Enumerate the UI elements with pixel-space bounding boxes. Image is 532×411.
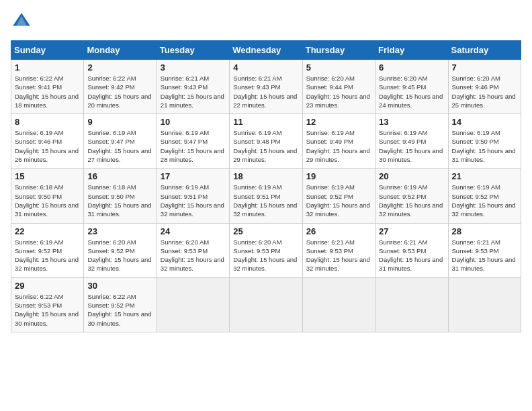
day-info: Sunrise: 6:22 AMSunset: 9:53 PMDaylight:…: [15, 293, 79, 327]
calendar-cell: 19 Sunrise: 6:19 AMSunset: 9:52 PMDaylig…: [302, 169, 375, 223]
calendar-cell: 25 Sunrise: 6:20 AMSunset: 9:53 PMDaylig…: [230, 223, 302, 277]
calendar-cell: 21 Sunrise: 6:19 AMSunset: 9:52 PMDaylig…: [448, 169, 521, 223]
day-info: Sunrise: 6:19 AMSunset: 9:52 PMDaylight:…: [15, 238, 79, 273]
calendar-cell: [375, 277, 448, 332]
page-header: [11, 11, 521, 32]
day-number: 28: [452, 226, 517, 236]
day-info: Sunrise: 6:19 AMSunset: 9:51 PMDaylight:…: [161, 183, 224, 218]
day-number: 8: [15, 117, 80, 127]
calendar-cell: 5 Sunrise: 6:20 AMSunset: 9:44 PMDayligh…: [302, 60, 375, 114]
calendar-cell: 15 Sunrise: 6:18 AMSunset: 9:50 PMDaylig…: [11, 169, 84, 223]
day-info: Sunrise: 6:21 AMSunset: 9:53 PMDaylight:…: [306, 238, 370, 273]
day-number: 29: [15, 281, 80, 291]
day-number: 11: [233, 117, 298, 127]
calendar-cell: 26 Sunrise: 6:21 AMSunset: 9:53 PMDaylig…: [302, 223, 375, 277]
calendar-week-2: 8 Sunrise: 6:19 AMSunset: 9:46 PMDayligh…: [11, 114, 521, 169]
day-info: Sunrise: 6:19 AMSunset: 9:46 PMDaylight:…: [15, 129, 79, 163]
day-number: 30: [87, 281, 152, 291]
day-info: Sunrise: 6:20 AMSunset: 9:45 PMDaylight:…: [379, 75, 443, 109]
calendar-week-1: 1 Sunrise: 6:22 AMSunset: 9:41 PMDayligh…: [11, 60, 521, 114]
calendar-cell: [157, 277, 229, 332]
day-info: Sunrise: 6:19 AMSunset: 9:48 PMDaylight:…: [233, 129, 297, 163]
day-number: 23: [87, 226, 152, 236]
day-number: 3: [161, 62, 226, 73]
day-info: Sunrise: 6:19 AMSunset: 9:49 PMDaylight:…: [306, 129, 370, 163]
calendar-cell: 13 Sunrise: 6:19 AMSunset: 9:49 PMDaylig…: [375, 114, 448, 169]
day-number: 13: [379, 117, 444, 127]
day-number: 26: [306, 226, 371, 236]
calendar-cell: 8 Sunrise: 6:19 AMSunset: 9:46 PMDayligh…: [11, 114, 84, 169]
calendar-header-wednesday: Wednesday: [230, 41, 302, 60]
day-info: Sunrise: 6:21 AMSunset: 9:43 PMDaylight:…: [233, 75, 297, 109]
calendar-week-3: 15 Sunrise: 6:18 AMSunset: 9:50 PMDaylig…: [11, 169, 521, 223]
logo-icon: [11, 11, 32, 32]
day-number: 2: [87, 62, 152, 73]
day-info: Sunrise: 6:20 AMSunset: 9:44 PMDaylight:…: [306, 75, 370, 109]
calendar-cell: [448, 277, 521, 332]
calendar-cell: 27 Sunrise: 6:21 AMSunset: 9:53 PMDaylig…: [375, 223, 448, 277]
day-number: 12: [306, 117, 371, 127]
calendar-cell: 24 Sunrise: 6:20 AMSunset: 9:53 PMDaylig…: [157, 223, 229, 277]
calendar-cell: 23 Sunrise: 6:20 AMSunset: 9:52 PMDaylig…: [84, 223, 157, 277]
calendar-cell: 22 Sunrise: 6:19 AMSunset: 9:52 PMDaylig…: [11, 223, 84, 277]
calendar-cell: 17 Sunrise: 6:19 AMSunset: 9:51 PMDaylig…: [157, 169, 229, 223]
day-number: 1: [15, 62, 80, 73]
day-info: Sunrise: 6:18 AMSunset: 9:50 PMDaylight:…: [15, 183, 79, 218]
day-info: Sunrise: 6:19 AMSunset: 9:52 PMDaylight:…: [306, 183, 370, 218]
day-number: 6: [379, 62, 444, 73]
day-info: Sunrise: 6:19 AMSunset: 9:49 PMDaylight:…: [379, 129, 443, 163]
day-info: Sunrise: 6:20 AMSunset: 9:53 PMDaylight:…: [233, 238, 297, 273]
calendar-cell: 20 Sunrise: 6:19 AMSunset: 9:52 PMDaylig…: [375, 169, 448, 223]
day-number: 16: [87, 171, 152, 181]
day-info: Sunrise: 6:20 AMSunset: 9:53 PMDaylight:…: [161, 238, 224, 273]
day-number: 20: [379, 171, 444, 181]
calendar-cell: 14 Sunrise: 6:19 AMSunset: 9:50 PMDaylig…: [448, 114, 521, 169]
calendar-week-4: 22 Sunrise: 6:19 AMSunset: 9:52 PMDaylig…: [11, 223, 521, 277]
day-number: 22: [15, 226, 80, 236]
calendar-cell: 12 Sunrise: 6:19 AMSunset: 9:49 PMDaylig…: [302, 114, 375, 169]
calendar-cell: 10 Sunrise: 6:19 AMSunset: 9:47 PMDaylig…: [157, 114, 229, 169]
calendar-header-friday: Friday: [375, 41, 448, 60]
day-info: Sunrise: 6:19 AMSunset: 9:50 PMDaylight:…: [452, 129, 516, 163]
day-number: 10: [161, 117, 226, 127]
day-info: Sunrise: 6:18 AMSunset: 9:50 PMDaylight:…: [87, 183, 151, 218]
calendar-cell: [302, 277, 375, 332]
calendar-cell: 2 Sunrise: 6:22 AMSunset: 9:42 PMDayligh…: [84, 60, 157, 114]
logo: [11, 11, 35, 32]
day-info: Sunrise: 6:21 AMSunset: 9:53 PMDaylight:…: [452, 238, 516, 273]
calendar-header-saturday: Saturday: [448, 41, 521, 60]
day-info: Sunrise: 6:21 AMSunset: 9:53 PMDaylight:…: [379, 238, 443, 273]
calendar-cell: 4 Sunrise: 6:21 AMSunset: 9:43 PMDayligh…: [230, 60, 302, 114]
day-number: 27: [379, 226, 444, 236]
day-number: 25: [233, 226, 298, 236]
day-info: Sunrise: 6:22 AMSunset: 9:41 PMDaylight:…: [15, 75, 79, 109]
day-number: 9: [87, 117, 152, 127]
calendar-header-thursday: Thursday: [302, 41, 375, 60]
day-number: 4: [233, 62, 298, 73]
day-info: Sunrise: 6:20 AMSunset: 9:52 PMDaylight:…: [87, 238, 151, 273]
calendar-header-row: SundayMondayTuesdayWednesdayThursdayFrid…: [11, 41, 521, 60]
calendar-cell: 11 Sunrise: 6:19 AMSunset: 9:48 PMDaylig…: [230, 114, 302, 169]
calendar-cell: 6 Sunrise: 6:20 AMSunset: 9:45 PMDayligh…: [375, 60, 448, 114]
day-number: 19: [306, 171, 371, 181]
day-info: Sunrise: 6:20 AMSunset: 9:46 PMDaylight:…: [452, 75, 516, 109]
calendar-cell: 18 Sunrise: 6:19 AMSunset: 9:51 PMDaylig…: [230, 169, 302, 223]
calendar-week-5: 29 Sunrise: 6:22 AMSunset: 9:53 PMDaylig…: [11, 277, 521, 332]
day-number: 7: [452, 62, 517, 73]
day-info: Sunrise: 6:22 AMSunset: 9:42 PMDaylight:…: [87, 75, 151, 109]
day-info: Sunrise: 6:19 AMSunset: 9:52 PMDaylight:…: [452, 183, 516, 218]
day-number: 21: [452, 171, 517, 181]
calendar-header-monday: Monday: [84, 41, 157, 60]
calendar-cell: 16 Sunrise: 6:18 AMSunset: 9:50 PMDaylig…: [84, 169, 157, 223]
day-info: Sunrise: 6:19 AMSunset: 9:52 PMDaylight:…: [379, 183, 443, 218]
calendar-header-sunday: Sunday: [11, 41, 84, 60]
day-info: Sunrise: 6:19 AMSunset: 9:51 PMDaylight:…: [233, 183, 297, 218]
day-number: 15: [15, 171, 80, 181]
day-number: 5: [306, 62, 371, 73]
day-number: 24: [161, 226, 226, 236]
calendar-header-tuesday: Tuesday: [157, 41, 229, 60]
day-info: Sunrise: 6:22 AMSunset: 9:52 PMDaylight:…: [87, 293, 151, 327]
calendar-table: SundayMondayTuesdayWednesdayThursdayFrid…: [11, 40, 521, 332]
calendar-cell: 9 Sunrise: 6:19 AMSunset: 9:47 PMDayligh…: [84, 114, 157, 169]
calendar-cell: 3 Sunrise: 6:21 AMSunset: 9:43 PMDayligh…: [157, 60, 229, 114]
